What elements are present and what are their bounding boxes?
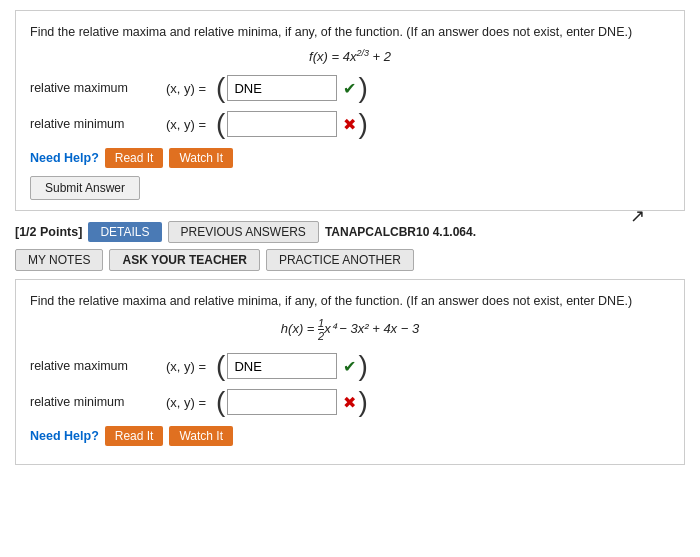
- xy-label-3: (x, y) =: [166, 359, 206, 374]
- need-help-row-2: Need Help? Read It Watch It: [30, 426, 670, 446]
- practice-button-2[interactable]: PRACTICE ANOTHER: [266, 249, 414, 271]
- max-input-1[interactable]: [227, 75, 337, 101]
- max-input-group-2: ( ✔ ): [216, 352, 368, 380]
- ask-teacher-button-2[interactable]: ASK YOUR TEACHER: [109, 249, 259, 271]
- need-help-label-2: Need Help?: [30, 429, 99, 443]
- xy-label-1: (x, y) =: [166, 81, 206, 96]
- max-label-2: relative maximum: [30, 359, 160, 373]
- open-paren-3: (: [216, 352, 225, 380]
- check-icon-2: ✔: [343, 357, 356, 376]
- watch-button-1[interactable]: Watch It: [169, 148, 233, 168]
- section-header-2: [1/2 Points] DETAILS PREVIOUS ANSWERS TA…: [15, 221, 685, 243]
- my-notes-button-2[interactable]: MY NOTES: [15, 249, 103, 271]
- points-label-2: [1/2 Points]: [15, 225, 82, 239]
- close-paren-4: ): [358, 388, 367, 416]
- problem2-instruction: Find the relative maxima and relative mi…: [30, 292, 670, 311]
- details-button-2[interactable]: DETAILS: [88, 222, 161, 242]
- prev-answers-button-2[interactable]: PREVIOUS ANSWERS: [168, 221, 319, 243]
- open-paren-2: (: [216, 110, 225, 138]
- submit-row-1: Submit Answer: [30, 176, 670, 200]
- x-icon-2: ✖: [343, 393, 356, 412]
- min-input-1[interactable]: [227, 111, 337, 137]
- xy-label-2: (x, y) =: [166, 117, 206, 132]
- min-input-2[interactable]: [227, 389, 337, 415]
- watch-button-2[interactable]: Watch It: [169, 426, 233, 446]
- min-input-group-2: ( ✖ ): [216, 388, 368, 416]
- function2-rest: x⁴ − 3x² + 4x − 3: [324, 321, 419, 336]
- x-icon-1: ✖: [343, 115, 356, 134]
- max-input-2[interactable]: [227, 353, 337, 379]
- min-label-2: relative minimum: [30, 395, 160, 409]
- read-button-1[interactable]: Read It: [105, 148, 164, 168]
- function1-exp: 2/3: [356, 48, 369, 58]
- max-input-group-1: ( ✔ ): [216, 74, 368, 102]
- need-help-row-1: Need Help? Read It Watch It: [30, 148, 670, 168]
- open-paren-4: (: [216, 388, 225, 416]
- close-paren-1: ): [358, 74, 367, 102]
- close-paren-3: ): [358, 352, 367, 380]
- function1-text: f(x) = 4x2/3 + 2: [309, 49, 391, 64]
- problem1-function: f(x) = 4x2/3 + 2: [30, 48, 670, 64]
- min-row-1: relative minimum (x, y) = ( ✖ ): [30, 110, 670, 138]
- check-icon-1: ✔: [343, 79, 356, 98]
- min-row-2: relative minimum (x, y) = ( ✖ ): [30, 388, 670, 416]
- problem1-block: Find the relative maxima and relative mi…: [15, 10, 685, 211]
- need-help-label-1: Need Help?: [30, 151, 99, 165]
- problem2-block: Find the relative maxima and relative mi…: [15, 279, 685, 465]
- notes-row-2: MY NOTES ASK YOUR TEACHER PRACTICE ANOTH…: [15, 249, 685, 271]
- xy-label-4: (x, y) =: [166, 395, 206, 410]
- max-row-2: relative maximum (x, y) = ( ✔ ): [30, 352, 670, 380]
- submit-button-1[interactable]: Submit Answer: [30, 176, 140, 200]
- max-row-1: relative maximum (x, y) = ( ✔ ): [30, 74, 670, 102]
- problem1-instruction: Find the relative maxima and relative mi…: [30, 23, 670, 42]
- function1-rest: + 2: [369, 49, 391, 64]
- max-label-1: relative maximum: [30, 81, 160, 95]
- min-input-group-1: ( ✖ ): [216, 110, 368, 138]
- min-label-1: relative minimum: [30, 117, 160, 131]
- problem-id-2: TANAPCALCBR10 4.1.064.: [325, 225, 476, 239]
- problem2-function: h(x) = 12x⁴ − 3x² + 4x − 3: [30, 317, 670, 342]
- read-button-2[interactable]: Read It: [105, 426, 164, 446]
- close-paren-2: ): [358, 110, 367, 138]
- open-paren-1: (: [216, 74, 225, 102]
